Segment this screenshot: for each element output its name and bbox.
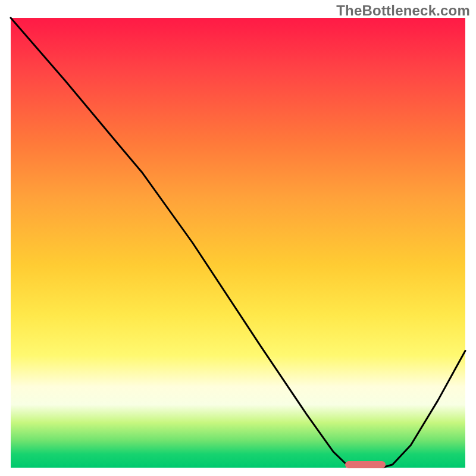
- optimal-range-marker: [345, 461, 386, 468]
- watermark-text: TheBottleneck.com: [336, 2, 470, 19]
- bottleneck-curve: [0, 0, 476, 476]
- chart-container: TheBottleneck.com: [0, 0, 476, 476]
